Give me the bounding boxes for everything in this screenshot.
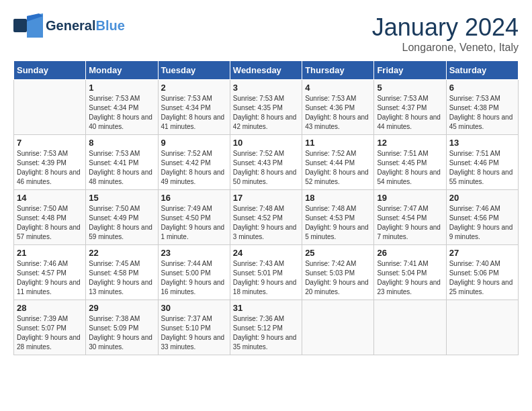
day-info: Sunrise: 7:52 AMSunset: 4:43 PMDaylight:… [233, 149, 299, 187]
day-number: 25 [305, 248, 371, 258]
calendar-cell: 10Sunrise: 7:52 AMSunset: 4:43 PMDayligh… [230, 135, 302, 190]
day-info: Sunrise: 7:46 AMSunset: 4:57 PMDaylight:… [17, 259, 83, 297]
day-info: Sunrise: 7:53 AMSunset: 4:34 PMDaylight:… [89, 94, 154, 132]
svg-rect-0 [13, 19, 27, 32]
calendar-cell: 13Sunrise: 7:51 AMSunset: 4:46 PMDayligh… [446, 135, 518, 190]
calendar-cell [302, 300, 374, 355]
day-number: 6 [449, 83, 515, 93]
calendar-cell: 9Sunrise: 7:52 AMSunset: 4:42 PMDaylight… [158, 135, 230, 190]
calendar-cell: 2Sunrise: 7:53 AMSunset: 4:34 PMDaylight… [158, 80, 230, 135]
calendar-cell: 4Sunrise: 7:53 AMSunset: 4:36 PMDaylight… [302, 80, 374, 135]
calendar-cell: 16Sunrise: 7:49 AMSunset: 4:50 PMDayligh… [158, 190, 230, 245]
day-info: Sunrise: 7:51 AMSunset: 4:46 PMDaylight:… [449, 149, 515, 187]
calendar-cell: 12Sunrise: 7:51 AMSunset: 4:45 PMDayligh… [374, 135, 446, 190]
day-info: Sunrise: 7:38 AMSunset: 5:09 PMDaylight:… [89, 314, 154, 352]
day-number: 29 [89, 303, 154, 313]
day-number: 27 [449, 248, 515, 258]
day-info: Sunrise: 7:52 AMSunset: 4:42 PMDaylight:… [161, 149, 227, 187]
calendar-cell: 14Sunrise: 7:50 AMSunset: 4:48 PMDayligh… [14, 190, 86, 245]
day-info: Sunrise: 7:50 AMSunset: 4:49 PMDaylight:… [89, 204, 154, 242]
logo: GeneralBlue [13, 13, 125, 38]
calendar-cell: 7Sunrise: 7:53 AMSunset: 4:39 PMDaylight… [14, 135, 86, 190]
location: Longarone, Veneto, Italy [372, 42, 519, 54]
day-number: 8 [89, 138, 154, 148]
day-info: Sunrise: 7:53 AMSunset: 4:41 PMDaylight:… [89, 149, 154, 187]
day-number: 4 [305, 83, 371, 93]
day-number: 23 [161, 248, 227, 258]
calendar-table: SundayMondayTuesdayWednesdayThursdayFrid… [13, 60, 519, 355]
day-number: 15 [89, 193, 154, 203]
day-number: 19 [377, 193, 443, 203]
calendar-cell: 8Sunrise: 7:53 AMSunset: 4:41 PMDaylight… [86, 135, 158, 190]
day-info: Sunrise: 7:40 AMSunset: 5:06 PMDaylight:… [449, 259, 515, 297]
calendar-cell: 21Sunrise: 7:46 AMSunset: 4:57 PMDayligh… [14, 245, 86, 300]
calendar-cell: 20Sunrise: 7:46 AMSunset: 4:56 PMDayligh… [446, 190, 518, 245]
calendar-cell [374, 300, 446, 355]
day-number: 24 [233, 248, 299, 258]
day-number: 28 [17, 303, 83, 313]
calendar-body: 1Sunrise: 7:53 AMSunset: 4:34 PMDaylight… [14, 80, 519, 355]
page-header: GeneralBlue January 2024 Longarone, Vene… [13, 13, 519, 54]
day-info: Sunrise: 7:43 AMSunset: 5:01 PMDaylight:… [233, 259, 299, 297]
calendar-cell: 6Sunrise: 7:53 AMSunset: 4:38 PMDaylight… [446, 80, 518, 135]
calendar-cell: 31Sunrise: 7:36 AMSunset: 5:12 PMDayligh… [230, 300, 302, 355]
day-info: Sunrise: 7:53 AMSunset: 4:38 PMDaylight:… [449, 94, 515, 132]
day-info: Sunrise: 7:52 AMSunset: 4:44 PMDaylight:… [305, 149, 371, 187]
calendar-week-row: 21Sunrise: 7:46 AMSunset: 4:57 PMDayligh… [14, 245, 519, 300]
weekday-header: Sunday [14, 61, 86, 80]
calendar-cell: 18Sunrise: 7:48 AMSunset: 4:53 PMDayligh… [302, 190, 374, 245]
logo-icon [13, 13, 43, 38]
title-block: January 2024 Longarone, Veneto, Italy [372, 13, 519, 54]
calendar-cell [14, 80, 86, 135]
calendar-cell: 5Sunrise: 7:53 AMSunset: 4:37 PMDaylight… [374, 80, 446, 135]
calendar-cell: 27Sunrise: 7:40 AMSunset: 5:06 PMDayligh… [446, 245, 518, 300]
day-number: 13 [449, 138, 515, 148]
calendar-cell: 29Sunrise: 7:38 AMSunset: 5:09 PMDayligh… [86, 300, 158, 355]
day-number: 2 [161, 83, 227, 93]
day-info: Sunrise: 7:48 AMSunset: 4:53 PMDaylight:… [305, 204, 371, 242]
day-number: 9 [161, 138, 227, 148]
day-info: Sunrise: 7:36 AMSunset: 5:12 PMDaylight:… [233, 314, 299, 352]
calendar-header-row: SundayMondayTuesdayWednesdayThursdayFrid… [14, 61, 519, 80]
calendar-cell: 26Sunrise: 7:41 AMSunset: 5:04 PMDayligh… [374, 245, 446, 300]
calendar-week-row: 7Sunrise: 7:53 AMSunset: 4:39 PMDaylight… [14, 135, 519, 190]
day-number: 21 [17, 248, 83, 258]
weekday-header: Saturday [446, 61, 518, 80]
day-number: 1 [89, 83, 154, 93]
calendar-cell: 30Sunrise: 7:37 AMSunset: 5:10 PMDayligh… [158, 300, 230, 355]
day-info: Sunrise: 7:48 AMSunset: 4:52 PMDaylight:… [233, 204, 299, 242]
calendar-week-row: 28Sunrise: 7:39 AMSunset: 5:07 PMDayligh… [14, 300, 519, 355]
day-number: 14 [17, 193, 83, 203]
day-number: 31 [233, 303, 299, 313]
weekday-header: Tuesday [158, 61, 230, 80]
day-number: 16 [161, 193, 227, 203]
day-info: Sunrise: 7:45 AMSunset: 4:58 PMDaylight:… [89, 259, 154, 297]
calendar-cell: 24Sunrise: 7:43 AMSunset: 5:01 PMDayligh… [230, 245, 302, 300]
day-number: 10 [233, 138, 299, 148]
calendar-cell [446, 300, 518, 355]
day-number: 20 [449, 193, 515, 203]
day-info: Sunrise: 7:53 AMSunset: 4:34 PMDaylight:… [161, 94, 227, 132]
calendar-cell: 1Sunrise: 7:53 AMSunset: 4:34 PMDaylight… [86, 80, 158, 135]
day-info: Sunrise: 7:46 AMSunset: 4:56 PMDaylight:… [449, 204, 515, 242]
day-info: Sunrise: 7:51 AMSunset: 4:45 PMDaylight:… [377, 149, 443, 187]
day-number: 17 [233, 193, 299, 203]
calendar-cell: 11Sunrise: 7:52 AMSunset: 4:44 PMDayligh… [302, 135, 374, 190]
day-number: 26 [377, 248, 443, 258]
weekday-header: Monday [86, 61, 158, 80]
calendar-week-row: 14Sunrise: 7:50 AMSunset: 4:48 PMDayligh… [14, 190, 519, 245]
day-info: Sunrise: 7:44 AMSunset: 5:00 PMDaylight:… [161, 259, 227, 297]
day-number: 30 [161, 303, 227, 313]
day-number: 18 [305, 193, 371, 203]
day-info: Sunrise: 7:41 AMSunset: 5:04 PMDaylight:… [377, 259, 443, 297]
day-number: 11 [305, 138, 371, 148]
logo-text: GeneralBlue [46, 18, 125, 34]
day-info: Sunrise: 7:47 AMSunset: 4:54 PMDaylight:… [377, 204, 443, 242]
calendar-cell: 25Sunrise: 7:42 AMSunset: 5:03 PMDayligh… [302, 245, 374, 300]
calendar-cell: 15Sunrise: 7:50 AMSunset: 4:49 PMDayligh… [86, 190, 158, 245]
calendar-cell: 19Sunrise: 7:47 AMSunset: 4:54 PMDayligh… [374, 190, 446, 245]
day-info: Sunrise: 7:37 AMSunset: 5:10 PMDaylight:… [161, 314, 227, 352]
day-number: 7 [17, 138, 83, 148]
day-info: Sunrise: 7:53 AMSunset: 4:39 PMDaylight:… [17, 149, 83, 187]
day-info: Sunrise: 7:42 AMSunset: 5:03 PMDaylight:… [305, 259, 371, 297]
